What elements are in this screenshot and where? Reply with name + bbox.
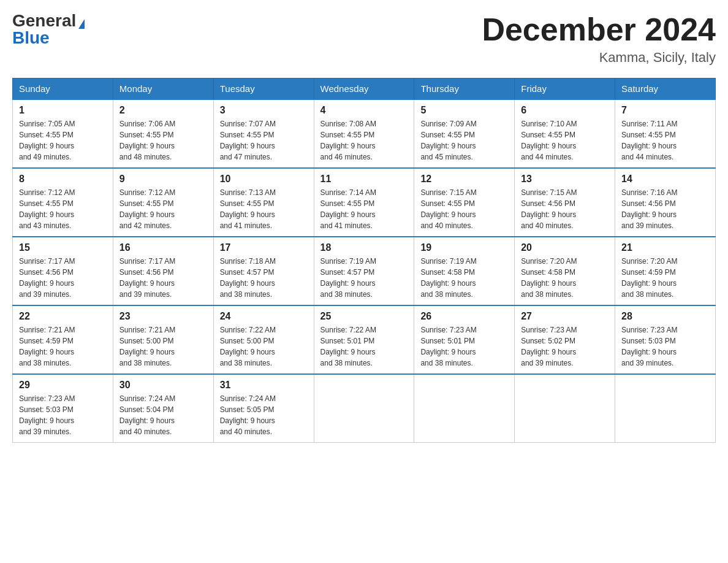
day-info: Sunrise: 7:11 AM Sunset: 4:55 PM Dayligh…	[621, 118, 709, 163]
day-number: 2	[119, 105, 207, 116]
calendar-table: Sunday Monday Tuesday Wednesday Thursday…	[12, 78, 716, 443]
calendar-cell	[615, 374, 716, 443]
calendar-cell: 22 Sunrise: 7:21 AM Sunset: 4:59 PM Dayl…	[13, 305, 113, 374]
calendar-cell: 4 Sunrise: 7:08 AM Sunset: 4:55 PM Dayli…	[314, 99, 414, 168]
calendar-cell	[314, 374, 414, 443]
day-number: 26	[420, 311, 508, 322]
calendar-cell: 30 Sunrise: 7:24 AM Sunset: 5:04 PM Dayl…	[113, 374, 213, 443]
day-info: Sunrise: 7:24 AM Sunset: 5:04 PM Dayligh…	[119, 393, 207, 437]
day-info: Sunrise: 7:20 AM Sunset: 4:59 PM Dayligh…	[621, 256, 709, 300]
title-section: December 2024 Kamma, Sicily, Italy	[482, 12, 716, 66]
day-info: Sunrise: 7:22 AM Sunset: 5:01 PM Dayligh…	[320, 324, 408, 369]
day-number: 27	[521, 311, 609, 322]
calendar-cell: 3 Sunrise: 7:07 AM Sunset: 4:55 PM Dayli…	[213, 99, 314, 168]
day-info: Sunrise: 7:05 AM Sunset: 4:55 PM Dayligh…	[19, 118, 107, 163]
calendar-cell	[515, 374, 615, 443]
calendar-cell: 2 Sunrise: 7:06 AM Sunset: 4:55 PM Dayli…	[113, 99, 213, 168]
day-info: Sunrise: 7:13 AM Sunset: 4:55 PM Dayligh…	[220, 187, 308, 231]
calendar-cell: 9 Sunrise: 7:12 AM Sunset: 4:55 PM Dayli…	[113, 168, 213, 237]
calendar-cell: 24 Sunrise: 7:22 AM Sunset: 5:00 PM Dayl…	[213, 305, 314, 374]
calendar-cell: 12 Sunrise: 7:15 AM Sunset: 4:55 PM Dayl…	[414, 168, 515, 237]
day-number: 28	[621, 311, 709, 322]
day-number: 22	[19, 311, 107, 322]
calendar-cell: 13 Sunrise: 7:15 AM Sunset: 4:56 PM Dayl…	[515, 168, 615, 237]
day-info: Sunrise: 7:14 AM Sunset: 4:55 PM Dayligh…	[320, 187, 408, 231]
week-row-1: 1 Sunrise: 7:05 AM Sunset: 4:55 PM Dayli…	[13, 99, 716, 168]
calendar-header-row: Sunday Monday Tuesday Wednesday Thursday…	[13, 79, 716, 100]
logo-general-line: General	[12, 12, 85, 29]
logo-blue-text: Blue	[12, 28, 50, 47]
day-number: 11	[320, 174, 408, 185]
week-row-3: 15 Sunrise: 7:17 AM Sunset: 4:56 PM Dayl…	[13, 237, 716, 305]
day-info: Sunrise: 7:10 AM Sunset: 4:55 PM Dayligh…	[521, 118, 609, 163]
calendar-cell: 10 Sunrise: 7:13 AM Sunset: 4:55 PM Dayl…	[213, 168, 314, 237]
day-number: 4	[320, 105, 408, 116]
day-number: 31	[220, 380, 308, 391]
day-info: Sunrise: 7:17 AM Sunset: 4:56 PM Dayligh…	[19, 256, 107, 300]
day-info: Sunrise: 7:19 AM Sunset: 4:58 PM Dayligh…	[420, 256, 508, 300]
month-title: December 2024	[482, 12, 716, 47]
day-info: Sunrise: 7:24 AM Sunset: 5:05 PM Dayligh…	[220, 393, 308, 437]
calendar-cell: 19 Sunrise: 7:19 AM Sunset: 4:58 PM Dayl…	[414, 237, 515, 305]
day-number: 16	[119, 242, 207, 253]
col-monday: Monday	[113, 79, 213, 100]
week-row-4: 22 Sunrise: 7:21 AM Sunset: 4:59 PM Dayl…	[13, 305, 716, 374]
day-number: 17	[220, 242, 308, 253]
col-sunday: Sunday	[13, 79, 113, 100]
col-friday: Friday	[515, 79, 615, 100]
day-number: 15	[19, 242, 107, 253]
day-info: Sunrise: 7:23 AM Sunset: 5:02 PM Dayligh…	[521, 324, 609, 369]
day-info: Sunrise: 7:20 AM Sunset: 4:58 PM Dayligh…	[521, 256, 609, 300]
calendar-cell: 26 Sunrise: 7:23 AM Sunset: 5:01 PM Dayl…	[414, 305, 515, 374]
location-text: Kamma, Sicily, Italy	[482, 50, 716, 66]
calendar-cell: 31 Sunrise: 7:24 AM Sunset: 5:05 PM Dayl…	[213, 374, 314, 443]
calendar-cell: 15 Sunrise: 7:17 AM Sunset: 4:56 PM Dayl…	[13, 237, 113, 305]
day-number: 3	[220, 105, 308, 116]
day-info: Sunrise: 7:22 AM Sunset: 5:00 PM Dayligh…	[220, 324, 308, 369]
day-number: 6	[521, 105, 609, 116]
day-info: Sunrise: 7:08 AM Sunset: 4:55 PM Dayligh…	[320, 118, 408, 163]
calendar-cell: 18 Sunrise: 7:19 AM Sunset: 4:57 PM Dayl…	[314, 237, 414, 305]
day-number: 20	[521, 242, 609, 253]
calendar-cell: 28 Sunrise: 7:23 AM Sunset: 5:03 PM Dayl…	[615, 305, 716, 374]
day-number: 8	[19, 174, 107, 185]
logo-triangle-icon	[78, 19, 85, 29]
calendar-cell: 7 Sunrise: 7:11 AM Sunset: 4:55 PM Dayli…	[615, 99, 716, 168]
page-header: General Blue December 2024 Kamma, Sicily…	[12, 12, 716, 66]
day-number: 7	[621, 105, 709, 116]
day-info: Sunrise: 7:21 AM Sunset: 4:59 PM Dayligh…	[19, 324, 107, 369]
day-info: Sunrise: 7:23 AM Sunset: 5:03 PM Dayligh…	[19, 393, 107, 437]
day-info: Sunrise: 7:06 AM Sunset: 4:55 PM Dayligh…	[119, 118, 207, 163]
week-row-5: 29 Sunrise: 7:23 AM Sunset: 5:03 PM Dayl…	[13, 374, 716, 443]
week-row-2: 8 Sunrise: 7:12 AM Sunset: 4:55 PM Dayli…	[13, 168, 716, 237]
day-info: Sunrise: 7:09 AM Sunset: 4:55 PM Dayligh…	[420, 118, 508, 163]
calendar-cell: 5 Sunrise: 7:09 AM Sunset: 4:55 PM Dayli…	[414, 99, 515, 168]
day-info: Sunrise: 7:21 AM Sunset: 5:00 PM Dayligh…	[119, 324, 207, 369]
col-saturday: Saturday	[615, 79, 716, 100]
calendar-cell: 23 Sunrise: 7:21 AM Sunset: 5:00 PM Dayl…	[113, 305, 213, 374]
calendar-cell: 25 Sunrise: 7:22 AM Sunset: 5:01 PM Dayl…	[314, 305, 414, 374]
logo-general-text: General	[12, 11, 76, 30]
day-info: Sunrise: 7:12 AM Sunset: 4:55 PM Dayligh…	[119, 187, 207, 231]
day-info: Sunrise: 7:16 AM Sunset: 4:56 PM Dayligh…	[621, 187, 709, 231]
col-thursday: Thursday	[414, 79, 515, 100]
day-number: 29	[19, 380, 107, 391]
day-info: Sunrise: 7:23 AM Sunset: 5:03 PM Dayligh…	[621, 324, 709, 369]
calendar-cell: 11 Sunrise: 7:14 AM Sunset: 4:55 PM Dayl…	[314, 168, 414, 237]
day-info: Sunrise: 7:12 AM Sunset: 4:55 PM Dayligh…	[19, 187, 107, 231]
calendar-cell: 8 Sunrise: 7:12 AM Sunset: 4:55 PM Dayli…	[13, 168, 113, 237]
day-number: 10	[220, 174, 308, 185]
day-number: 21	[621, 242, 709, 253]
day-info: Sunrise: 7:07 AM Sunset: 4:55 PM Dayligh…	[220, 118, 308, 163]
calendar-cell: 6 Sunrise: 7:10 AM Sunset: 4:55 PM Dayli…	[515, 99, 615, 168]
day-number: 5	[420, 105, 508, 116]
day-info: Sunrise: 7:23 AM Sunset: 5:01 PM Dayligh…	[420, 324, 508, 369]
day-info: Sunrise: 7:15 AM Sunset: 4:56 PM Dayligh…	[521, 187, 609, 231]
calendar-cell	[414, 374, 515, 443]
day-info: Sunrise: 7:17 AM Sunset: 4:56 PM Dayligh…	[119, 256, 207, 300]
day-info: Sunrise: 7:18 AM Sunset: 4:57 PM Dayligh…	[220, 256, 308, 300]
day-number: 18	[320, 242, 408, 253]
calendar-cell: 17 Sunrise: 7:18 AM Sunset: 4:57 PM Dayl…	[213, 237, 314, 305]
calendar-cell: 27 Sunrise: 7:23 AM Sunset: 5:02 PM Dayl…	[515, 305, 615, 374]
day-number: 9	[119, 174, 207, 185]
